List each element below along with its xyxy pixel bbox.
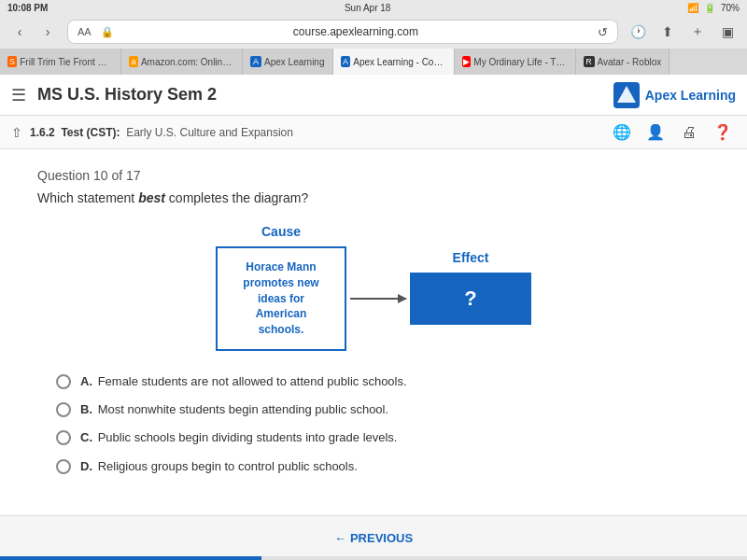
previous-button[interactable]: ← PREVIOUS (334, 531, 413, 545)
effect-column: Effect ? (410, 250, 531, 325)
tab-apex1[interactable]: A Apex Learning (243, 49, 333, 75)
cause-box: Horace Mann promotes new ideas for Ameri… (216, 246, 346, 351)
radio-a[interactable] (56, 374, 71, 389)
radio-c[interactable] (56, 430, 71, 445)
forward-button[interactable]: › (35, 20, 60, 44)
status-bar: 10:08 PM Sun Apr 18 📶 🔋 70% (0, 0, 747, 15)
choice-d[interactable]: D. Religious groups begin to control pub… (56, 458, 710, 475)
lock-icon: 🔒 (101, 26, 114, 38)
amazon-favicon: a (129, 56, 138, 67)
question-header: Question 10 of 17 (37, 168, 710, 183)
arrow-container (350, 275, 406, 300)
footer: ← PREVIOUS (0, 515, 747, 560)
tabs-bar: S Frill Trim Tie Front Crinkl... a Amazo… (0, 49, 747, 75)
apex-logo-text: Apex Learning (645, 88, 736, 103)
yt-favicon: ▶ (462, 56, 472, 67)
apex-logo: Apex Learning (613, 82, 736, 108)
print-button[interactable]: 🖨 (676, 119, 702, 146)
previous-label: PREVIOUS (350, 531, 413, 545)
question-text: Which statement best completes the diagr… (37, 190, 710, 205)
app-title: MS U.S. History Sem 2 (37, 85, 613, 105)
question-text-italic: best (138, 190, 165, 205)
prev-arrow-icon: ← (334, 531, 346, 545)
lesson-header: ⇧ 1.6.2 Test (CST): Early U.S. Culture a… (0, 116, 747, 149)
apex1-favicon: A (250, 56, 261, 67)
tab-apex1-label: Apex Learning (264, 57, 325, 67)
question-text-after: completes the diagram? (165, 190, 308, 205)
lesson-type: Test (CST): (61, 126, 120, 139)
tab-amazon-label: Amazon.com: Online Sho... (141, 57, 234, 67)
effect-box: ? (410, 273, 531, 325)
tabs-button[interactable]: ▣ (715, 20, 740, 44)
tab-amazon[interactable]: a Amazon.com: Online Sho... (121, 49, 243, 75)
cause-column: Cause Horace Mann promotes new ideas for… (216, 224, 346, 351)
apex2-favicon: A (341, 56, 351, 67)
battery-icon: 🔋 (704, 3, 715, 13)
lesson-title: Early U.S. Culture and Expansion (126, 126, 293, 139)
apex-logo-icon (613, 82, 640, 108)
tab-apex2-label: Apex Learning - Courses (353, 57, 445, 67)
choice-a-text: A. Female students are not allowed to at… (80, 373, 407, 390)
radio-d[interactable] (56, 459, 71, 474)
tab-roblox[interactable]: R Avatar - Roblox (576, 49, 670, 75)
lesson-number: 1.6.2 (30, 126, 55, 139)
share-icon-button[interactable]: ⬆ (655, 20, 680, 44)
address-bar[interactable]: AA 🔒 course.apexlearning.com ↺ (67, 20, 618, 44)
choice-d-text: D. Religious groups begin to control pub… (80, 458, 358, 475)
battery-level: 70% (721, 3, 740, 13)
add-tab-button[interactable]: ＋ (685, 20, 710, 44)
translate-button[interactable]: 🌐 (609, 119, 635, 146)
lesson-breadcrumb: 1.6.2 Test (CST): Early U.S. Culture and… (30, 126, 609, 139)
shein-favicon: S (7, 56, 17, 67)
app-header: ☰ MS U.S. History Sem 2 Apex Learning (0, 75, 747, 116)
clock-icon-button[interactable]: 🕐 (626, 20, 650, 44)
tab-shein-label: Frill Trim Tie Front Crinkl... (20, 57, 113, 67)
accessibility-button[interactable]: 👤 (642, 119, 669, 146)
radio-b[interactable] (56, 402, 71, 417)
url-text: course.apexlearning.com (120, 25, 592, 38)
wifi-icon: 📶 (687, 3, 698, 13)
browser-toolbar: ‹ › AA 🔒 course.apexlearning.com ↺ 🕐 ⬆ ＋… (0, 15, 747, 49)
help-button[interactable]: ❓ (710, 119, 736, 146)
diagram: Cause Horace Mann promotes new ideas for… (37, 224, 710, 351)
lesson-back-button[interactable]: ⇧ (11, 125, 22, 140)
tab-shein[interactable]: S Frill Trim Tie Front Crinkl... (0, 49, 121, 75)
roblox-favicon: R (584, 56, 595, 67)
progress-bar-container (0, 556, 747, 560)
effect-label: Effect (453, 250, 489, 265)
status-date: Sun Apr 18 (345, 3, 390, 13)
font-size-aa: AA (78, 26, 92, 37)
choice-c[interactable]: C. Public schools begin dividing student… (56, 429, 710, 446)
tab-apex2[interactable]: A Apex Learning - Courses (333, 49, 455, 75)
back-button[interactable]: ‹ (7, 20, 32, 44)
choice-b[interactable]: B. Most nonwhite students begin attendin… (56, 401, 710, 418)
tab-youtube-label: My Ordinary Life - The Liv... (473, 57, 567, 67)
choice-b-text: B. Most nonwhite students begin attendin… (80, 401, 388, 418)
progress-bar-fill (0, 556, 261, 560)
choice-c-text: C. Public schools begin dividing student… (80, 429, 398, 446)
hamburger-button[interactable]: ☰ (11, 85, 26, 105)
reload-button[interactable]: ↺ (598, 25, 608, 39)
tab-youtube[interactable]: ▶ My Ordinary Life - The Liv... (455, 49, 576, 75)
diagram-arrow (350, 298, 406, 300)
cause-label: Cause (261, 224, 301, 239)
main-content: Question 10 of 17 Which statement best c… (0, 149, 747, 482)
choice-a[interactable]: A. Female students are not allowed to at… (56, 373, 710, 390)
tab-roblox-label: Avatar - Roblox (598, 57, 662, 67)
question-text-before: Which statement (37, 190, 138, 205)
status-time: 10:08 PM (7, 3, 48, 13)
answer-choices: A. Female students are not allowed to at… (56, 373, 710, 475)
